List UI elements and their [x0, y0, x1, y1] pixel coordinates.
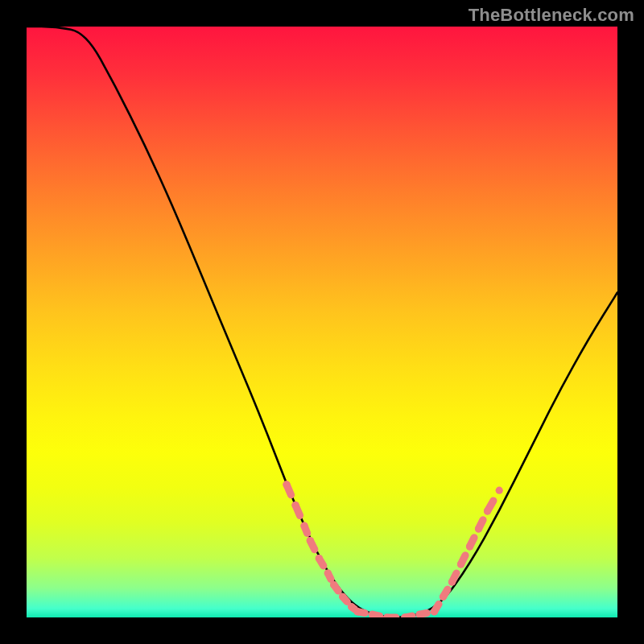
watermark-label: TheBottleneck.com	[469, 5, 634, 26]
svg-line-16	[343, 597, 348, 601]
bottleneck-curve	[27, 27, 617, 617]
svg-line-42	[479, 520, 484, 529]
svg-line-40	[470, 538, 475, 547]
svg-line-34	[444, 589, 448, 597]
svg-line-12	[328, 573, 331, 579]
svg-line-8	[310, 541, 315, 550]
plot-area	[27, 27, 617, 617]
svg-line-10	[319, 559, 324, 566]
curve-layer	[27, 27, 617, 617]
svg-line-6	[304, 526, 308, 533]
svg-line-2	[287, 485, 291, 495]
svg-line-36	[452, 573, 457, 582]
svg-line-4	[295, 506, 300, 516]
dots-bottom-segment	[353, 608, 438, 617]
svg-line-32	[435, 605, 440, 612]
dots-right-segment	[431, 487, 503, 616]
svg-line-29	[419, 613, 427, 615]
chart-frame: TheBottleneck.com	[0, 0, 644, 644]
svg-line-38	[461, 555, 466, 564]
svg-point-43	[496, 487, 503, 494]
svg-line-23	[372, 614, 379, 616]
svg-line-18	[352, 607, 355, 609]
svg-line-21	[357, 612, 365, 613]
svg-line-27	[405, 616, 412, 617]
svg-line-44	[488, 501, 493, 511]
svg-line-14	[334, 585, 339, 591]
